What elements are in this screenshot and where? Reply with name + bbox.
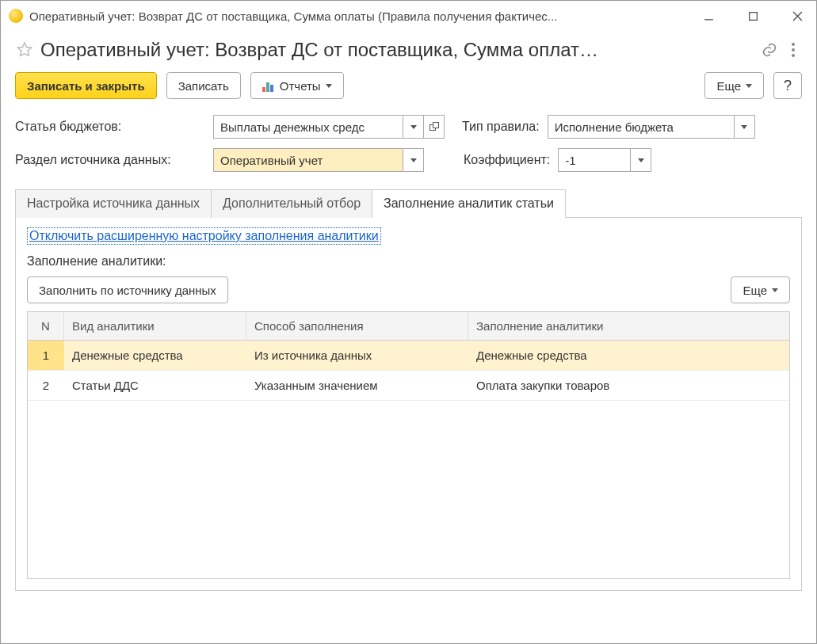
coefficient-field[interactable]: -1 [558, 148, 631, 172]
svg-rect-5 [433, 123, 438, 128]
reports-button[interactable]: Отчеты [250, 72, 344, 99]
cell-n: 1 [28, 341, 64, 370]
table-row[interactable]: 2Статьи ДДСУказанным значениемОплата зак… [28, 371, 789, 401]
source-section-dropdown[interactable] [403, 148, 424, 172]
rule-type-field-wrap: Исполнение бюджета [548, 115, 755, 139]
titlebar: Оперативный учет: Возврат ДС от поставщи… [1, 1, 816, 31]
reports-button-label: Отчеты [280, 79, 321, 93]
close-button[interactable] [786, 5, 808, 27]
favorite-star-icon[interactable] [15, 40, 34, 59]
help-button[interactable]: ? [773, 72, 802, 99]
main-toolbar: Записать и закрыть Записать Отчеты Еще ? [1, 72, 816, 110]
budget-item-label: Статья бюджетов: [15, 120, 205, 134]
budget-item-open[interactable] [424, 115, 445, 139]
col-header-method[interactable]: Способ заполнения [246, 312, 468, 340]
save-button[interactable]: Записать [166, 72, 241, 99]
analytics-grid: N Вид аналитики Способ заполнения Заполн… [27, 311, 790, 579]
more-button[interactable]: Еще [704, 72, 764, 99]
budget-item-field-wrap: Выплаты денежных средс [213, 115, 445, 139]
page-header: Оперативный учет: Возврат ДС от поставщи… [1, 31, 816, 72]
minimize-button[interactable] [697, 5, 720, 27]
source-section-field[interactable]: Оперативный учет [213, 148, 403, 172]
analytics-section-label: Заполнение аналитики: [27, 254, 790, 269]
form-row-1: Статья бюджетов: Выплаты денежных средс … [1, 110, 816, 143]
tab-content-analytics: Отключить расширенную настройку заполнен… [15, 218, 802, 591]
chevron-down-icon [772, 288, 778, 292]
open-icon [429, 122, 439, 131]
analytics-more-label: Еще [743, 284, 767, 297]
chevron-down-icon [638, 158, 644, 162]
link-icon[interactable] [761, 41, 778, 59]
rule-type-label: Тип правила: [462, 120, 540, 134]
cell-method: Указанным значением [246, 371, 468, 400]
cell-fill: Оплата закупки товаров [468, 371, 789, 400]
analytics-more-button[interactable]: Еще [731, 276, 790, 303]
tab-0[interactable]: Настройка источника данных [15, 189, 212, 218]
chevron-down-icon [746, 84, 752, 88]
col-header-n[interactable]: N [28, 312, 64, 340]
kebab-menu-icon[interactable] [785, 41, 802, 59]
chevron-down-icon [410, 158, 417, 162]
chevron-down-icon [326, 84, 332, 88]
cell-kind: Денежные средства [64, 341, 246, 370]
window-title: Оперативный учет: Возврат ДС от поставщи… [29, 10, 685, 23]
col-header-fill[interactable]: Заполнение аналитики [468, 312, 789, 340]
disable-extended-link[interactable]: Отключить расширенную настройку заполнен… [27, 227, 381, 245]
cell-fill: Денежные средства [468, 341, 789, 370]
chevron-down-icon [741, 125, 747, 129]
table-row[interactable]: 1Денежные средстваИз источника данныхДен… [28, 341, 789, 371]
coefficient-label: Коэффициент: [464, 153, 550, 167]
tab-2[interactable]: Заполнение аналитик статьи [372, 189, 566, 218]
fill-by-source-button[interactable]: Заполнить по источнику данных [27, 276, 228, 303]
rule-type-field[interactable]: Исполнение бюджета [548, 115, 735, 139]
form-row-2: Раздел источника данных: Оперативный уче… [1, 143, 816, 177]
tabs-container: Настройка источника данныхДополнительный… [1, 177, 816, 591]
page-title: Оперативный учет: Возврат ДС от поставщи… [40, 39, 754, 61]
rule-type-dropdown[interactable] [735, 115, 755, 139]
budget-item-dropdown[interactable] [403, 115, 424, 139]
source-section-field-wrap: Оперативный учет [213, 148, 424, 172]
analytics-toolbar: Заполнить по источнику данных Еще [27, 276, 790, 303]
tab-1[interactable]: Дополнительный отбор [212, 189, 372, 218]
cell-n: 2 [28, 371, 64, 400]
maximize-button[interactable] [742, 5, 764, 27]
tabs: Настройка источника данныхДополнительный… [15, 189, 802, 218]
svg-rect-1 [749, 12, 757, 20]
col-header-kind[interactable]: Вид аналитики [64, 312, 246, 340]
analytics-grid-body[interactable]: 1Денежные средстваИз источника данныхДен… [28, 341, 789, 578]
more-button-label: Еще [716, 79, 741, 93]
analytics-grid-head: N Вид аналитики Способ заполнения Заполн… [28, 312, 789, 341]
source-section-label: Раздел источника данных: [15, 153, 205, 167]
coefficient-dropdown[interactable] [631, 148, 651, 172]
app-icon [9, 9, 23, 23]
cell-method: Из источника данных [246, 341, 468, 370]
coefficient-field-wrap: -1 [558, 148, 651, 172]
chevron-down-icon [410, 125, 417, 129]
save-and-close-button[interactable]: Записать и закрыть [15, 72, 157, 99]
chart-icon [262, 79, 275, 92]
budget-item-field[interactable]: Выплаты денежных средс [213, 115, 403, 139]
window-controls [697, 5, 808, 27]
cell-kind: Статьи ДДС [64, 371, 246, 400]
